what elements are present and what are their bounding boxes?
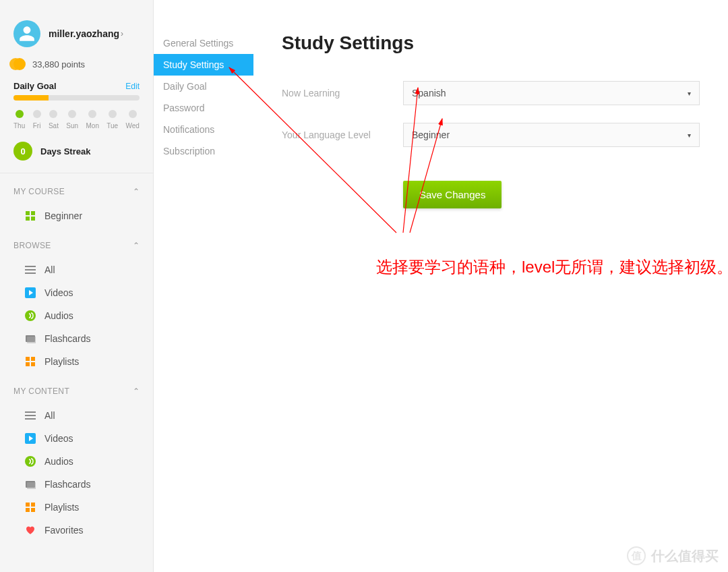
day-label: Fri [33, 122, 41, 130]
chevron-up-icon: ⌃ [133, 187, 140, 196]
settings-nav-general[interactable]: General Settings [154, 32, 253, 54]
nav-beginner[interactable]: Beginner [0, 204, 153, 227]
avatar [13, 20, 40, 47]
daily-goal-edit-link[interactable]: Edit [125, 82, 140, 91]
svg-rect-15 [25, 411, 36, 413]
svg-rect-21 [27, 482, 36, 489]
day-dot [88, 110, 96, 118]
watermark-icon: 值 [627, 546, 646, 565]
settings-nav-study[interactable]: Study Settings [154, 54, 253, 76]
nav-videos[interactable]: Videos [0, 427, 153, 450]
svg-rect-13 [26, 362, 30, 366]
day-dot [109, 110, 117, 118]
flashcards-icon [24, 333, 36, 345]
chevron-up-icon: ⌃ [133, 241, 140, 250]
settings-nav-subscription[interactable]: Subscription [154, 140, 253, 162]
svg-rect-0 [26, 211, 30, 215]
dropdown-caret-icon: ▾ [688, 132, 691, 139]
nav-favorites[interactable]: Favorites [0, 519, 153, 542]
flashcards-icon [24, 478, 36, 490]
svg-rect-3 [31, 217, 35, 221]
nav-label: Flashcards [44, 333, 90, 344]
svg-rect-14 [31, 362, 35, 366]
level-select[interactable]: Beginner ▾ [403, 123, 700, 147]
main-content: Study Settings Now Learning Spanish ▾ Yo… [253, 0, 728, 572]
watermark-text: 什么值得买 [651, 547, 719, 565]
list-icon [24, 264, 36, 276]
nav-label: Beginner [44, 210, 82, 221]
nav-audios[interactable]: Audios [0, 304, 153, 327]
nav-label: Playlists [44, 356, 79, 367]
nav-label: All [44, 264, 55, 275]
video-icon [24, 432, 36, 445]
section-title: BROWSE [13, 241, 51, 250]
section-my-course[interactable]: MY COURSE ⌃ [0, 173, 153, 204]
svg-rect-17 [25, 418, 36, 420]
points-row: 33,880 points [13, 58, 140, 70]
grid-icon [24, 210, 36, 222]
nav-flashcards[interactable]: Flashcards [0, 327, 153, 350]
nav-audios[interactable]: Audios [0, 450, 153, 473]
nav-playlists[interactable]: Playlists [0, 350, 153, 373]
settings-nav: General Settings Study Settings Daily Go… [154, 0, 253, 572]
section-browse[interactable]: BROWSE ⌃ [0, 227, 153, 258]
day-label: Tue [107, 122, 118, 130]
day-dot [129, 110, 137, 118]
points-text: 33,880 points [32, 59, 85, 69]
now-learning-select[interactable]: Spanish ▾ [403, 81, 700, 105]
nav-playlists[interactable]: Playlists [0, 496, 153, 519]
video-icon [24, 287, 36, 299]
user-silhouette-icon [18, 25, 36, 42]
watermark: 值 什么值得买 [627, 546, 719, 565]
svg-rect-6 [25, 273, 36, 274]
svg-rect-2 [26, 217, 30, 221]
heart-icon [24, 524, 36, 536]
nav-videos[interactable]: Videos [0, 281, 153, 304]
day-dot [49, 110, 57, 118]
nav-label: All [44, 410, 55, 421]
nav-all[interactable]: All [0, 404, 153, 427]
profile-panel: miller.yaozhang › 33,880 points Daily Go… [0, 0, 153, 173]
daily-goal-header: Daily Goal Edit [13, 81, 140, 91]
svg-rect-25 [31, 508, 35, 512]
streak-row: 0 Days Streak [13, 142, 140, 161]
streak-label: Days Streak [40, 146, 90, 156]
nav-label: Flashcards [44, 479, 90, 490]
day-label: Mon [86, 122, 98, 130]
section-my-content[interactable]: MY CONTENT ⌃ [0, 373, 153, 404]
nav-label: Playlists [44, 502, 79, 513]
svg-rect-24 [26, 508, 30, 512]
select-value: Beginner [412, 130, 450, 140]
day-label: Wed [126, 122, 140, 130]
page-title: Study Settings [282, 32, 700, 54]
user-name: miller.yaozhang [49, 28, 119, 39]
select-value: Spanish [412, 88, 446, 98]
day-label: Sun [66, 122, 78, 130]
svg-rect-5 [25, 269, 36, 270]
settings-nav-password[interactable]: Password [154, 97, 253, 119]
svg-rect-10 [27, 337, 36, 343]
svg-rect-22 [26, 503, 30, 507]
week-calendar: Thu Fri Sat Sun Mon Tue Wed [13, 110, 140, 130]
svg-rect-23 [31, 503, 35, 507]
nav-flashcards[interactable]: Flashcards [0, 473, 153, 496]
daily-goal-label: Daily Goal [13, 81, 57, 91]
now-learning-label: Now Learning [282, 88, 403, 98]
section-title: MY CONTENT [13, 387, 69, 396]
daily-goal-progress [13, 95, 140, 101]
audio-icon [24, 455, 36, 467]
save-button[interactable]: Save Changes [403, 181, 502, 208]
list-icon [24, 409, 36, 422]
user-profile-link[interactable]: miller.yaozhang › [13, 20, 140, 47]
playlists-icon [24, 501, 36, 513]
settings-nav-notifications[interactable]: Notifications [154, 119, 253, 140]
settings-nav-goal[interactable]: Daily Goal [154, 76, 253, 97]
streak-badge: 0 [13, 142, 32, 161]
nav-label: Audios [44, 310, 73, 321]
annotation-text: 选择要学习的语种，level无所谓，建议选择初级。 [376, 256, 728, 278]
nav-all[interactable]: All [0, 258, 153, 281]
day-label: Sat [49, 122, 59, 130]
day-dot [68, 110, 76, 118]
coins-icon [13, 58, 26, 70]
svg-rect-11 [26, 357, 30, 361]
